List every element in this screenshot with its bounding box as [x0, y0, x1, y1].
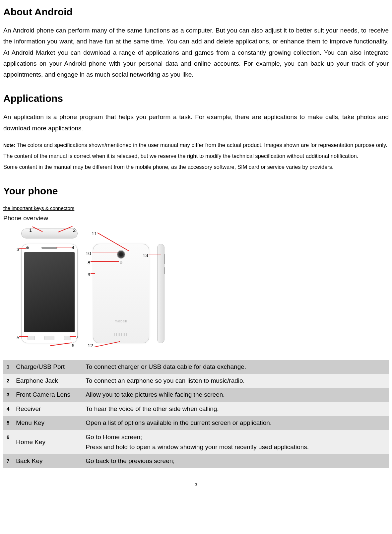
note-block: Note: The colors and specifications show…: [3, 140, 389, 172]
side-button-2: [164, 267, 165, 274]
row-index: 6: [3, 430, 13, 454]
rear-camera-icon: [117, 250, 125, 259]
callout-8: 8: [88, 258, 90, 267]
row-desc: Allow you to take pictures while facing …: [82, 388, 389, 402]
note-line-3: Some content in the manual may be differ…: [3, 164, 334, 170]
table-row: 1 Charge/USB Port To connect charger or …: [3, 360, 389, 374]
note-label: Note:: [3, 143, 15, 148]
callout-3: 3: [17, 245, 19, 254]
applications-body: An application is a phone program that h…: [3, 111, 389, 134]
row-desc: Open a list of options available in the …: [82, 416, 389, 430]
callout-13: 13: [143, 251, 148, 260]
leader-line: [91, 273, 95, 274]
row-index: 1: [3, 360, 13, 374]
row-name: Receiver: [13, 402, 82, 416]
front-camera-dot: [26, 246, 29, 249]
row-name: Earphone Jack: [13, 374, 82, 388]
heading-your-phone: Your phone: [3, 182, 389, 199]
table-row: 7 Back Key Go back to the previous scree…: [3, 454, 389, 468]
heading-about: About Android: [3, 3, 389, 20]
brand-label: mobell: [93, 318, 149, 324]
row-index: 2: [3, 374, 13, 388]
callout-10: 10: [86, 249, 91, 258]
home-key-icon: [44, 336, 54, 340]
table-row: 2 Earphone Jack To connect an earphone s…: [3, 374, 389, 388]
leader-line: [149, 254, 161, 255]
table-row: 3 Front Camera Lens Allow you to take pi…: [3, 388, 389, 402]
phone-side-view: [157, 244, 164, 343]
note-line-1: The colors and specifications shown/ment…: [17, 142, 387, 148]
row-index: 7: [3, 454, 13, 468]
menu-key-icon: [28, 336, 35, 340]
table-row: 6 Home Key Go to Home screen; Press and …: [3, 430, 389, 454]
row-index: 4: [3, 402, 13, 416]
flash-icon: [120, 261, 122, 264]
table-row: 4 Receiver To hear the voice of the othe…: [3, 402, 389, 416]
subheading-keys-connectors: the important keys & connectors: [3, 204, 389, 213]
leader-line: [19, 248, 26, 249]
phone-back-view: mobell: [93, 244, 149, 343]
leader-line: [19, 336, 28, 337]
receiver-slot: [41, 247, 57, 249]
callout-4: 4: [72, 243, 74, 252]
phone-front-view: [21, 244, 78, 343]
leader-line: [91, 261, 119, 262]
callout-7: 7: [76, 333, 78, 342]
row-desc: To connect charger or USB data cable for…: [82, 360, 389, 374]
row-name: Front Camera Lens: [13, 388, 82, 402]
side-button-1: [164, 254, 165, 264]
leader-line: [70, 336, 76, 337]
table-row: 5 Menu Key Open a list of options availa…: [3, 416, 389, 430]
note-line-2: The content of the manual is correct whe…: [3, 153, 358, 159]
callout-1: 1: [29, 226, 32, 234]
keys-table: 1 Charge/USB Port To connect charger or …: [3, 360, 389, 468]
speaker-grill-icon: [114, 333, 128, 336]
callout-2: 2: [73, 226, 76, 234]
heading-applications: Applications: [3, 90, 389, 107]
callout-6: 6: [72, 341, 74, 350]
row-desc: Go to Home screen; Press and hold to ope…: [82, 430, 389, 454]
phone-overview-label: Phone overview: [3, 213, 389, 224]
page-number: 3: [3, 482, 389, 488]
callout-11: 11: [92, 229, 97, 238]
row-name: Menu Key: [13, 416, 82, 430]
callout-9: 9: [88, 270, 90, 279]
row-name: Home Key: [13, 430, 82, 454]
row-name: Back Key: [13, 454, 82, 468]
row-desc: Go back to the previous screen;: [82, 454, 389, 468]
phone-screen: [24, 252, 75, 332]
leader-line: [92, 252, 118, 253]
callout-12: 12: [88, 341, 93, 350]
row-index: 5: [3, 416, 13, 430]
about-body: An Android phone can perform many of the…: [3, 25, 389, 80]
row-desc: To connect an earphone so you can listen…: [82, 374, 389, 388]
row-index: 3: [3, 388, 13, 402]
row-desc: To hear the voice of the other side when…: [82, 402, 389, 416]
leader-line: [56, 247, 72, 248]
row-name: Charge/USB Port: [13, 360, 82, 374]
callout-5: 5: [17, 333, 19, 342]
phone-diagram: mobell 1 2 3 4 5 6 7 8 9 10 11 12 13: [3, 225, 182, 348]
